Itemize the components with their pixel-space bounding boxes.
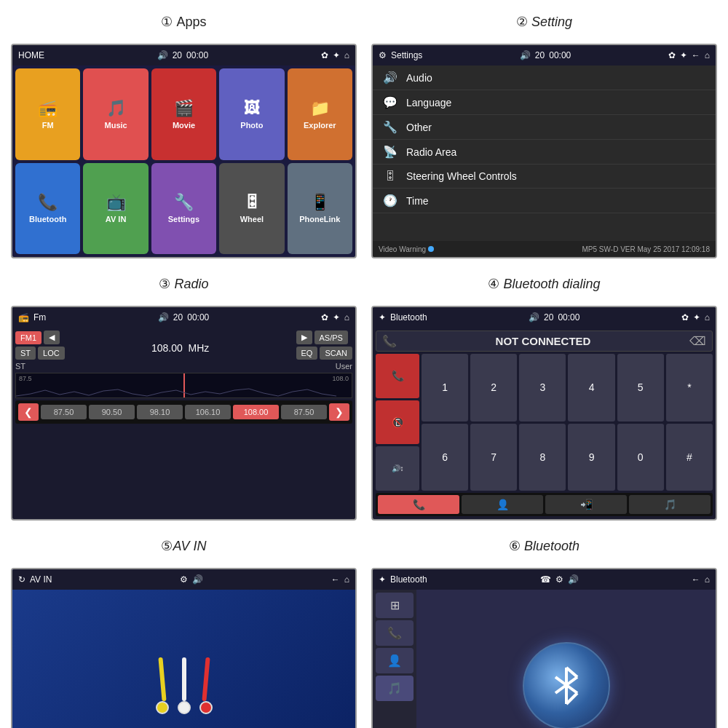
app-music[interactable]: 🎵Music	[83, 68, 148, 160]
dial-key-7[interactable]: 7	[470, 424, 517, 491]
radio-status-bar: 📻 Fm 🔊 20 00:00 ✿ ✦ ⌂	[12, 307, 355, 328]
asps-button[interactable]: AS/PS	[314, 331, 348, 344]
app-settings[interactable]: 🔧Settings	[151, 163, 216, 255]
btdial-keypad: 1 2 3 4 5 * 6 7 8 9 0 #	[422, 354, 713, 491]
dial-key-1[interactable]: 1	[422, 354, 468, 422]
dial-key-star[interactable]: *	[666, 354, 713, 422]
section-title-5: ⑤ AV IN	[4, 528, 364, 564]
radio-bt-icon: ✦	[333, 312, 340, 323]
dial-key-hash[interactable]: #	[666, 424, 713, 491]
bt-display: ⏮ ⏸ ⏭	[416, 590, 716, 728]
preset-3[interactable]: 98.10	[137, 405, 183, 419]
svg-line-1	[566, 668, 577, 677]
eq-button[interactable]: EQ	[296, 347, 318, 360]
volume-value: 20	[173, 50, 182, 60]
rca-red-connector	[199, 701, 213, 714]
next-preset-button[interactable]: ❯	[329, 403, 349, 421]
settings-other[interactable]: 🔧 Other	[373, 115, 716, 140]
bt-music-button[interactable]: 🎵	[376, 676, 414, 701]
dial-key-8[interactable]: 8	[519, 424, 566, 491]
btdial-bt-icon: ✦	[379, 312, 386, 323]
radio-frequency: 108.00 MHz	[68, 333, 293, 357]
bt-icon-left: ✦	[379, 574, 386, 585]
bt-home-icon: ⌂	[705, 574, 710, 585]
dial-tab-music[interactable]: 🎵	[629, 495, 711, 514]
btdial-hangup[interactable]: 📵	[376, 400, 419, 445]
dial-key-6[interactable]: 6	[422, 424, 468, 491]
btdial-delete-button[interactable]: ⌫	[689, 334, 706, 348]
settings-label: Settings	[391, 50, 422, 60]
rca-white	[178, 657, 191, 714]
app-fm[interactable]: 📻FM	[15, 68, 80, 160]
play-button[interactable]: ▶	[296, 331, 312, 344]
dial-key-0[interactable]: 0	[617, 424, 664, 491]
btdial-status-text: NOT CONNECTED	[401, 335, 685, 347]
avin-home-icon: ⌂	[344, 574, 349, 585]
avin-content	[12, 590, 355, 728]
settings-radio-area[interactable]: 📡 Radio Area	[373, 140, 716, 165]
home-icon: ⌂	[344, 50, 349, 60]
prev-button[interactable]: ◀	[44, 331, 60, 344]
preset-1[interactable]: 87.50	[41, 405, 87, 419]
settings-time: 00:00	[549, 50, 571, 60]
time-icon: 🕐	[383, 194, 397, 207]
settings-volume-icon: 🔊	[520, 50, 531, 60]
app-wheel[interactable]: 🎛Wheel	[219, 163, 284, 255]
home-label: HOME	[18, 50, 44, 60]
settings-status-bar: ⚙ Settings 🔊 20 00:00 ✿ ✦ ← ⌂	[373, 45, 716, 66]
radio-waveform	[16, 383, 352, 397]
fm1-button[interactable]: FM1	[15, 331, 41, 344]
preset-5[interactable]: 108.00	[233, 405, 279, 419]
bt-call-button[interactable]: 📞	[376, 620, 414, 646]
radio-scale-right: 108.0	[332, 375, 349, 382]
bt-eq-icon: ⚙	[555, 574, 563, 585]
app-avin[interactable]: 📺AV IN	[83, 163, 148, 255]
btdial-label: Bluetooth	[390, 312, 427, 323]
avin-screen-wrapper: ↻ AV IN ⚙ 🔊 ← ⌂	[4, 564, 364, 728]
time-label: Time	[406, 195, 429, 207]
radio-tuner-bar[interactable]: 87.5 108.0	[15, 373, 352, 398]
section-title-4: ④ Bluetooth dialing	[364, 266, 724, 302]
apps-status-bar: HOME 🔊 20 00:00 ✿ ✦ ⌂	[12, 45, 355, 66]
dial-tab-history[interactable]: 📲	[545, 495, 627, 514]
settings-list: 🔊 Audio 💬 Language 🔧 Other 📡 Radio Area …	[373, 66, 716, 241]
settings-footer: Video Warning MP5 SW-D VER May 25 2017 1…	[373, 241, 716, 257]
dial-key-3[interactable]: 3	[519, 354, 566, 422]
dial-key-5[interactable]: 5	[617, 354, 664, 422]
apps-screen: HOME 🔊 20 00:00 ✿ ✦ ⌂ 📻FM 🎵Music 🎬Movie …	[11, 44, 357, 258]
dial-tab-phone[interactable]: 📞	[378, 495, 459, 514]
settings-time[interactable]: 🕐 Time	[373, 189, 716, 213]
dial-key-4[interactable]: 4	[568, 354, 614, 422]
svg-line-4	[566, 693, 577, 704]
scan-button[interactable]: SCAN	[320, 347, 352, 360]
bt-contacts-button[interactable]: 👤	[376, 648, 414, 673]
bt-back-icon: ←	[692, 574, 700, 585]
audio-label: Audio	[406, 72, 432, 84]
app-phonelink[interactable]: 📱PhoneLink	[288, 163, 352, 255]
dial-key-9[interactable]: 9	[568, 424, 614, 491]
bt-grid-button[interactable]: ⊞	[376, 593, 414, 618]
settings-language[interactable]: 💬 Language	[373, 90, 716, 115]
loc-button[interactable]: LOC	[38, 347, 65, 360]
preset-4[interactable]: 106.10	[185, 405, 231, 419]
section-title-1: ① Apps	[4, 4, 364, 40]
dial-tab-contacts[interactable]: 👤	[462, 495, 543, 514]
preset-2[interactable]: 90.50	[89, 405, 135, 419]
app-movie[interactable]: 🎬Movie	[151, 68, 216, 160]
settings-audio[interactable]: 🔊 Audio	[373, 66, 716, 90]
avin-status-bar: ↻ AV IN ⚙ 🔊 ← ⌂	[12, 569, 355, 590]
btdial-end-call[interactable]: 📞	[376, 354, 419, 398]
settings-steering[interactable]: 🎛 Steering Wheel Controls	[373, 165, 716, 189]
app-explorer[interactable]: 📁Explorer	[288, 68, 352, 160]
app-bluetooth[interactable]: 📞Bluetooth	[15, 163, 80, 255]
st-button[interactable]: ST	[15, 347, 36, 360]
btdial-vol-btn[interactable]: 🔊↕	[376, 446, 419, 491]
apps-screen-wrapper: HOME 🔊 20 00:00 ✿ ✦ ⌂ 📻FM 🎵Music 🎬Movie …	[4, 40, 364, 266]
steering-label: Steering Wheel Controls	[406, 170, 517, 182]
settings-bt-icon: ✦	[680, 50, 687, 60]
app-photo[interactable]: 🖼Photo	[219, 68, 284, 160]
preset-6[interactable]: 87.50	[281, 405, 327, 419]
dial-key-2[interactable]: 2	[470, 354, 517, 422]
settings-screen: ⚙ Settings 🔊 20 00:00 ✿ ✦ ← ⌂ 🔊	[371, 44, 717, 258]
prev-preset-button[interactable]: ❮	[18, 403, 39, 421]
